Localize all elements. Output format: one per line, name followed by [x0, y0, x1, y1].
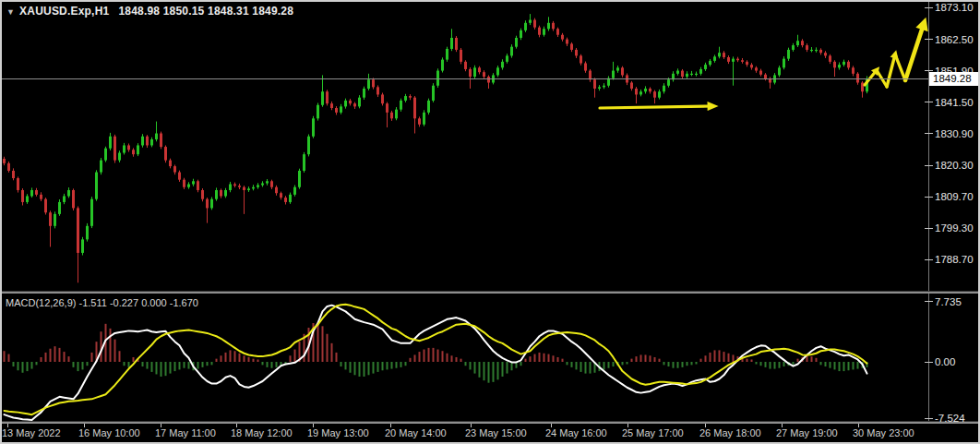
candle	[796, 35, 799, 47]
candle	[764, 73, 767, 80]
candle	[270, 180, 273, 189]
price-axis-tick	[925, 165, 933, 166]
candle	[824, 51, 827, 58]
candle	[783, 56, 785, 69]
annotation-arrow[interactable]	[887, 54, 895, 87]
price-axis-label: 1820.30	[935, 159, 974, 172]
candle	[792, 43, 795, 52]
candle	[72, 188, 75, 210]
macd-values: -1.511 -0.227 0.000 -1.670	[78, 297, 197, 308]
candle	[852, 66, 855, 76]
candle	[801, 39, 804, 47]
price-chart[interactable]	[2, 2, 928, 291]
candle	[427, 99, 430, 114]
price-axis-label: 1799.30	[935, 222, 974, 234]
candle	[501, 59, 504, 69]
price-axis-tick	[925, 133, 933, 134]
candle	[787, 48, 790, 61]
candle	[257, 183, 259, 188]
annotation-arrow[interactable]	[905, 24, 924, 80]
candle	[746, 60, 748, 66]
candle	[275, 186, 278, 196]
macd-axis-label: 0.00	[935, 355, 955, 368]
candle	[67, 187, 70, 198]
candle	[289, 193, 292, 204]
macd-panel[interactable]	[2, 294, 928, 421]
candle	[146, 135, 149, 148]
time-axis-label: 18 May 12:00	[231, 427, 293, 438]
candle	[386, 102, 388, 128]
candle	[367, 74, 370, 90]
macd-axis-tick	[925, 418, 933, 419]
candle	[593, 78, 596, 97]
candle	[233, 183, 236, 188]
time-axis-label: 27 May 19:00	[776, 427, 838, 438]
one-click-trading-arrow-icon[interactable]: ▼	[6, 7, 15, 17]
price-axis-label: 1841.50	[935, 96, 974, 109]
candle	[317, 103, 319, 121]
candle	[847, 60, 850, 69]
candle	[446, 47, 448, 62]
candle	[26, 194, 29, 204]
time-axis-label: 16 May 10:00	[78, 427, 140, 438]
candle	[690, 71, 693, 77]
candle	[58, 199, 61, 216]
candle	[390, 111, 393, 121]
panel-separator[interactable]	[2, 291, 978, 294]
candle	[298, 169, 301, 189]
candle	[206, 198, 209, 223]
candle	[160, 132, 162, 150]
candle	[358, 95, 361, 108]
candle	[676, 68, 679, 75]
candle	[552, 21, 555, 31]
annotation-arrow[interactable]	[895, 54, 905, 80]
candle	[376, 85, 379, 97]
candle	[584, 62, 587, 73]
candle	[40, 192, 42, 201]
price-axis-tick	[925, 228, 933, 229]
chart-window: ▼XAUUSD.Exp,H11848.98 1850.15 1848.31 18…	[0, 0, 980, 444]
candle	[478, 66, 481, 75]
candle	[381, 93, 384, 106]
candle	[114, 135, 116, 163]
ohlc-quote-label: 1848.98 1850.15 1848.31 1849.28	[118, 5, 293, 18]
candle	[524, 20, 527, 32]
candle	[487, 75, 490, 89]
candle	[704, 63, 707, 71]
candle	[533, 18, 536, 30]
candle	[464, 60, 467, 71]
candle	[293, 185, 296, 196]
candle	[266, 179, 269, 186]
candle	[589, 69, 592, 82]
candle	[672, 71, 675, 81]
candle	[353, 102, 356, 109]
annotation-arrow[interactable]	[600, 106, 712, 108]
candle	[210, 197, 213, 210]
candle	[653, 90, 656, 104]
candle	[603, 83, 605, 89]
candle	[515, 36, 518, 49]
candle	[284, 196, 287, 204]
price-axis-tick	[925, 102, 933, 102]
candle	[736, 57, 739, 63]
candle	[732, 56, 735, 85]
price-axis-label: 1830.90	[935, 127, 974, 140]
candle	[201, 188, 204, 201]
candle	[326, 90, 329, 105]
candle	[635, 87, 638, 103]
candle	[312, 116, 315, 138]
macd-axis-label: -7.524	[935, 412, 965, 425]
price-axis-tick	[925, 39, 933, 40]
candle	[95, 170, 98, 200]
time-axis[interactable]: 13 May 202216 May 10:0017 May 11:0018 Ma…	[2, 424, 978, 442]
price-axis-label: 1809.70	[935, 190, 974, 203]
candle	[441, 57, 444, 72]
candle	[630, 81, 633, 90]
candle	[54, 211, 56, 228]
candle	[344, 99, 347, 109]
candle	[810, 47, 813, 53]
candle	[86, 223, 89, 242]
candle	[413, 96, 416, 133]
candle	[30, 187, 33, 198]
candle	[538, 26, 541, 38]
